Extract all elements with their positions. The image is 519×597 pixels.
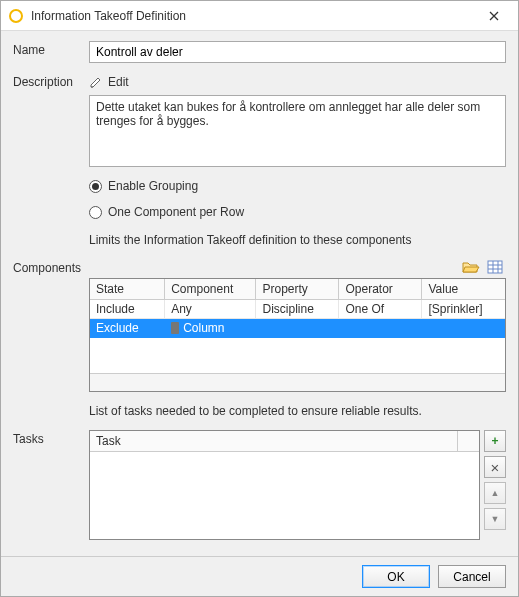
svg-rect-0	[488, 261, 502, 273]
description-text: Dette utaket kan bukes for å kontrollere…	[89, 95, 506, 167]
col-component[interactable]: Component	[165, 279, 256, 299]
components-label: Components	[13, 259, 83, 392]
close-icon	[489, 11, 499, 21]
folder-open-icon[interactable]	[462, 259, 480, 275]
col-operator[interactable]: Operator	[339, 279, 422, 299]
tasks-hint: List of tasks needed to be completed to …	[89, 402, 506, 420]
grid-footer	[90, 373, 505, 391]
radio-enable-grouping[interactable]: Enable Grouping	[89, 177, 506, 195]
edit-description-button[interactable]: Edit	[89, 73, 129, 91]
tasks-header-row: Task	[90, 431, 479, 451]
tasks-grid[interactable]: Task	[89, 430, 480, 540]
dialog-footer: OK Cancel	[1, 556, 518, 596]
grid-view-icon[interactable]	[486, 259, 504, 275]
radio-one-per-row-label: One Component per Row	[108, 205, 244, 219]
move-up-button[interactable]: ▲	[484, 482, 506, 504]
delete-icon: ×	[491, 460, 500, 475]
dialog-window: Information Takeoff Definition Name Desc…	[0, 0, 519, 597]
delete-task-button[interactable]: ×	[484, 456, 506, 478]
move-down-button[interactable]: ▼	[484, 508, 506, 530]
cancel-button[interactable]: Cancel	[438, 565, 506, 588]
table-row[interactable]: Include Any Discipline One Of [Sprinkler…	[90, 299, 505, 318]
radio-one-component-per-row[interactable]: One Component per Row	[89, 203, 506, 221]
components-toolbar	[89, 259, 506, 275]
table-row[interactable]: Exclude Column	[90, 318, 505, 337]
components-header-row: State Component Property Operator Value	[90, 279, 505, 299]
name-input[interactable]	[89, 41, 506, 63]
radio-icon	[89, 206, 102, 219]
column-icon	[171, 322, 179, 334]
dialog-body: Name Description Edit Dette utaket kan b…	[1, 31, 518, 556]
table-row[interactable]	[90, 451, 479, 533]
table-row[interactable]	[90, 337, 505, 355]
app-icon	[9, 9, 23, 23]
chevron-down-icon: ▼	[491, 514, 500, 524]
components-grid[interactable]: State Component Property Operator Value …	[89, 278, 506, 392]
col-state[interactable]: State	[90, 279, 165, 299]
chevron-up-icon: ▲	[491, 488, 500, 498]
tasks-side-buttons: + × ▲ ▼	[484, 430, 506, 540]
titlebar: Information Takeoff Definition	[1, 1, 518, 31]
edit-description-label: Edit	[108, 75, 129, 89]
table-row[interactable]	[90, 355, 505, 373]
col-spacer	[457, 431, 479, 451]
add-task-button[interactable]: +	[484, 430, 506, 452]
name-label: Name	[13, 41, 83, 63]
close-button[interactable]	[474, 2, 514, 30]
ok-button[interactable]: OK	[362, 565, 430, 588]
radio-icon	[89, 180, 102, 193]
edit-icon	[89, 75, 103, 89]
tasks-label: Tasks	[13, 430, 83, 540]
radio-enable-grouping-label: Enable Grouping	[108, 179, 198, 193]
col-value[interactable]: Value	[422, 279, 505, 299]
components-hint: Limits the Information Takeoff definitio…	[89, 231, 506, 249]
plus-icon: +	[491, 434, 498, 448]
col-property[interactable]: Property	[256, 279, 339, 299]
col-task[interactable]: Task	[90, 431, 457, 451]
window-title: Information Takeoff Definition	[31, 9, 474, 23]
description-label: Description	[13, 73, 83, 167]
